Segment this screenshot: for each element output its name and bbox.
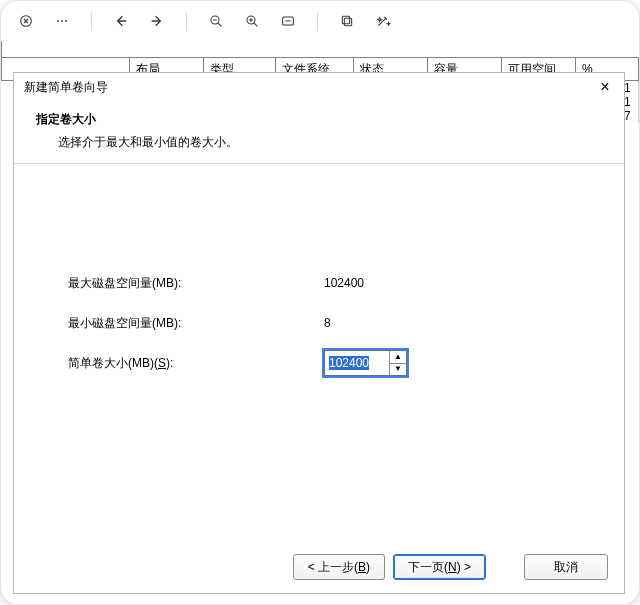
- more-icon[interactable]: [51, 10, 73, 32]
- close-circle-icon[interactable]: [15, 10, 37, 32]
- svg-rect-8: [342, 16, 349, 23]
- zoom-out-icon[interactable]: [205, 10, 227, 32]
- max-disk-space-value: 102400: [324, 276, 364, 290]
- svg-rect-7: [344, 18, 351, 25]
- spin-up-icon[interactable]: ▲: [390, 351, 406, 364]
- simple-volume-size-label: 简单卷大小(MB)(S):: [68, 355, 324, 372]
- wizard-heading: 指定卷大小: [36, 111, 612, 128]
- max-disk-space-label: 最大磁盘空间量(MB):: [68, 275, 324, 292]
- cancel-button[interactable]: 取消: [524, 554, 608, 580]
- back-button[interactable]: < 上一步(B): [293, 554, 385, 580]
- zoom-in-icon[interactable]: [241, 10, 263, 32]
- spin-down-icon[interactable]: ▼: [390, 364, 406, 376]
- back-icon[interactable]: [110, 10, 132, 32]
- fit-width-icon[interactable]: [277, 10, 299, 32]
- svg-point-3: [65, 20, 67, 22]
- new-simple-volume-wizard: 新建简单卷向导 × 指定卷大小 选择介于最大和最小值的卷大小。 最大磁盘空间量(…: [13, 72, 625, 594]
- wizard-subheading: 选择介于最大和最小值的卷大小。: [58, 134, 612, 151]
- svg-point-1: [57, 20, 59, 22]
- close-icon[interactable]: ×: [594, 76, 616, 98]
- forward-icon[interactable]: [146, 10, 168, 32]
- svg-point-2: [61, 20, 63, 22]
- wizard-title: 新建简单卷向导: [24, 79, 594, 96]
- wand-icon[interactable]: [372, 10, 394, 32]
- copy-icon[interactable]: [336, 10, 358, 32]
- viewer-toolbar: [1, 1, 639, 42]
- simple-volume-size-input[interactable]: [325, 351, 389, 375]
- next-button[interactable]: 下一页(N) >: [393, 554, 486, 580]
- min-disk-space-value: 8: [324, 316, 331, 330]
- min-disk-space-label: 最小磁盘空间量(MB):: [68, 315, 324, 332]
- simple-volume-size-spinner[interactable]: ▲ ▼: [324, 350, 407, 376]
